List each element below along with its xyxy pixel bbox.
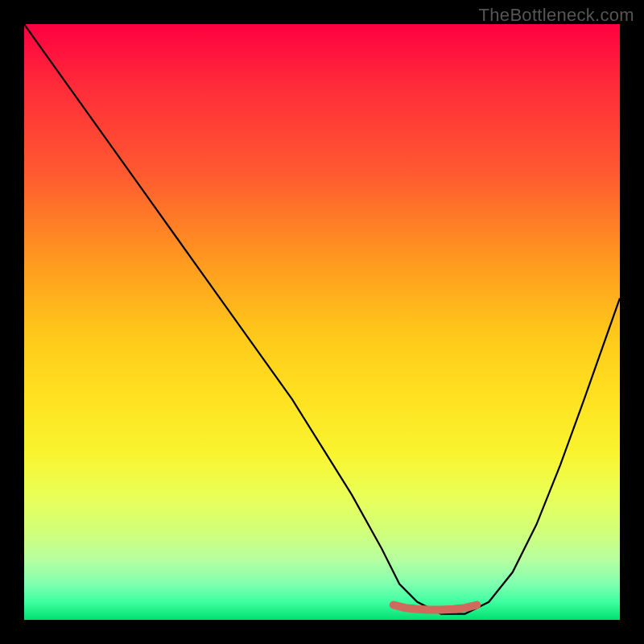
watermark-label: TheBottleneck.com xyxy=(479,5,634,26)
bottleneck-curve-path xyxy=(24,24,620,614)
chart-svg xyxy=(24,24,620,620)
bottleneck-curve xyxy=(24,24,620,614)
optimal-zone-marker xyxy=(394,605,477,610)
optimal-zone-path xyxy=(394,605,477,610)
plot-area xyxy=(24,24,620,620)
chart-frame: TheBottleneck.com xyxy=(0,0,644,644)
